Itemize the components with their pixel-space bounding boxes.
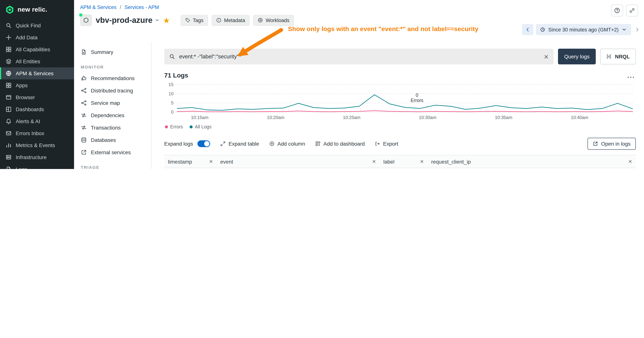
more-options-icon[interactable]: ... bbox=[627, 74, 635, 78]
table-row[interactable]: JUQVU&code=eyJraWQiOiJjcGltY29yZV8wOTl1M… bbox=[164, 168, 636, 169]
logo-text: new relic. bbox=[18, 6, 47, 14]
permalink-button[interactable] bbox=[626, 5, 638, 17]
remove-column-icon[interactable]: × bbox=[209, 158, 213, 165]
plus-icon bbox=[6, 35, 12, 41]
new-relic-logo-icon bbox=[5, 5, 14, 14]
primary-sidebar: new relic. Quick FindAdd DataAll Capabil… bbox=[0, 0, 74, 169]
svg-text:10:20am: 10:20am bbox=[267, 115, 284, 120]
header-utility-icons bbox=[611, 5, 638, 17]
time-back-button[interactable] bbox=[522, 24, 533, 35]
legend-label: All Logs bbox=[195, 124, 212, 130]
remove-column-icon[interactable]: × bbox=[420, 158, 424, 165]
nav-item-apps[interactable]: Apps bbox=[0, 79, 74, 91]
svg-text:10:25am: 10:25am bbox=[343, 115, 360, 120]
favorite-star-icon[interactable]: ★ bbox=[163, 16, 170, 24]
column-header-event: event× bbox=[216, 155, 380, 168]
export-button[interactable]: Export bbox=[375, 141, 398, 147]
column-header-label: event bbox=[220, 159, 233, 165]
metadata-button[interactable]: Metadata bbox=[212, 15, 250, 26]
remove-column-icon[interactable]: × bbox=[372, 158, 376, 165]
sidebar-item-distributed-tracing[interactable]: Distributed tracing bbox=[74, 84, 151, 97]
expand-table-button[interactable]: Expand table bbox=[220, 141, 259, 147]
section-heading-monitor: MONITOR bbox=[81, 65, 151, 69]
nav-item-add-data[interactable]: Add Data bbox=[0, 32, 74, 44]
open-in-logs-button[interactable]: Open in logs bbox=[588, 138, 636, 150]
metadata-button-label: Metadata bbox=[224, 18, 245, 23]
breadcrumb-link-services-apm[interactable]: Services - APM bbox=[124, 5, 159, 10]
sidebar-item-transactions[interactable]: Transactions bbox=[74, 121, 151, 134]
nav-item-label: APM & Services bbox=[16, 70, 54, 76]
log-query-input[interactable]: event:* -"label":"security" × bbox=[164, 49, 553, 64]
event-cell: JUQVU&code=eyJraWQiOiJjcGltY29yZV8wOTl1M… bbox=[216, 168, 380, 169]
breadcrumb-separator: / bbox=[120, 5, 121, 10]
help-circle-button[interactable] bbox=[611, 5, 623, 17]
nodes-icon bbox=[81, 100, 87, 106]
svg-text:10:30am: 10:30am bbox=[419, 115, 436, 120]
request-client-ip-cell bbox=[428, 168, 636, 169]
add-column-button[interactable]: Add column bbox=[269, 141, 305, 147]
nav-item-all-entities[interactable]: All Entities bbox=[0, 55, 74, 67]
server-icon bbox=[6, 154, 12, 160]
svg-text:Errors: Errors bbox=[411, 98, 423, 103]
time-range-label: Since 30 minutes ago (GMT+2) bbox=[548, 27, 618, 32]
time-forward-button[interactable] bbox=[634, 24, 641, 35]
sidebar-item-recommendations[interactable]: Recommendations bbox=[74, 72, 151, 84]
nav-item-logs[interactable]: Logs bbox=[0, 163, 74, 169]
svg-text:10:35am: 10:35am bbox=[495, 115, 512, 120]
nav-item-apm-services[interactable]: APM & Services bbox=[0, 67, 74, 79]
nav-item-browser[interactable]: Browser bbox=[0, 91, 74, 103]
nav-item-infrastructure[interactable]: Infrastructure bbox=[0, 151, 74, 163]
nav-item-all-capabilities[interactable]: All Capabilities bbox=[0, 44, 74, 55]
sidebar-item-service-map[interactable]: Service map bbox=[74, 97, 151, 109]
sidebar-item-external-services[interactable]: External services bbox=[74, 146, 151, 158]
label-cell bbox=[380, 168, 428, 169]
nrql-button[interactable]: NRQL bbox=[600, 49, 636, 64]
remove-column-icon[interactable]: × bbox=[628, 158, 632, 165]
nav-item-label: Quick Find bbox=[16, 23, 41, 29]
nav-item-label: Browser bbox=[16, 94, 35, 100]
bell-icon bbox=[6, 118, 12, 124]
nav-item-dashboards[interactable]: Dashboards bbox=[0, 103, 74, 115]
envelope-icon bbox=[6, 130, 12, 136]
nav-item-label: Infrastructure bbox=[16, 154, 46, 160]
legend-item-all-logs[interactable]: All Logs bbox=[190, 124, 212, 130]
home-logo[interactable]: new relic. bbox=[0, 0, 74, 20]
expand-logs-toggle[interactable] bbox=[198, 140, 210, 147]
time-range-button[interactable]: Since 30 minutes ago (GMT+2) bbox=[536, 24, 631, 35]
document-icon bbox=[6, 166, 12, 169]
tag-icon bbox=[185, 18, 190, 23]
sidebar-item-label: Databases bbox=[91, 137, 116, 143]
workloads-icon bbox=[258, 18, 263, 23]
tags-button[interactable]: Tags bbox=[180, 15, 208, 26]
nav-item-quick-find[interactable]: Quick Find bbox=[0, 20, 74, 32]
logs-table-body: JUQVU&code=eyJraWQiOiJjcGltY29yZV8wOTl1M… bbox=[164, 168, 636, 169]
nav-item-alerts-ai[interactable]: Alerts & AI bbox=[0, 115, 74, 127]
nav-item-label: All Capabilities bbox=[16, 47, 50, 52]
search-icon bbox=[6, 23, 12, 29]
nav-item-metrics-events[interactable]: Metrics & Events bbox=[0, 139, 74, 151]
entity-hexagon-icon bbox=[80, 14, 92, 26]
sidebar-item-dependencies[interactable]: Dependencies bbox=[74, 109, 151, 121]
layers-icon bbox=[6, 58, 12, 64]
svg-text:0: 0 bbox=[171, 110, 174, 115]
query-logs-button[interactable]: Query logs bbox=[558, 49, 596, 64]
legend-label: Errors bbox=[170, 124, 183, 130]
sidebar-item-databases[interactable]: Databases bbox=[74, 134, 151, 146]
legend-item-errors[interactable]: Errors bbox=[165, 124, 183, 130]
chevron-right-icon bbox=[635, 27, 640, 32]
nav-item-errors-inbox[interactable]: Errors Inbox bbox=[0, 127, 74, 139]
add-to-dashboard-button[interactable]: Add to dashboard bbox=[315, 141, 365, 147]
workloads-button-label: Workloads bbox=[266, 18, 290, 23]
sidebar-item-label: External services bbox=[91, 149, 131, 155]
toggle-knob bbox=[204, 141, 210, 146]
breadcrumb-link-apm-services[interactable]: APM & Services bbox=[80, 5, 116, 10]
chart-legend: ErrorsAll Logs bbox=[165, 124, 636, 130]
sidebar-item-label: Service map bbox=[91, 100, 120, 106]
dashboard-plus-icon bbox=[315, 141, 320, 146]
clear-query-icon[interactable]: × bbox=[544, 53, 549, 61]
workloads-button[interactable]: Workloads bbox=[253, 15, 294, 26]
arrows-icon bbox=[81, 124, 87, 130]
column-header-label: timestamp bbox=[168, 159, 192, 165]
entity-switcher-chevron-icon[interactable] bbox=[155, 18, 159, 23]
sidebar-item-summary[interactable]: Summary bbox=[74, 46, 151, 58]
